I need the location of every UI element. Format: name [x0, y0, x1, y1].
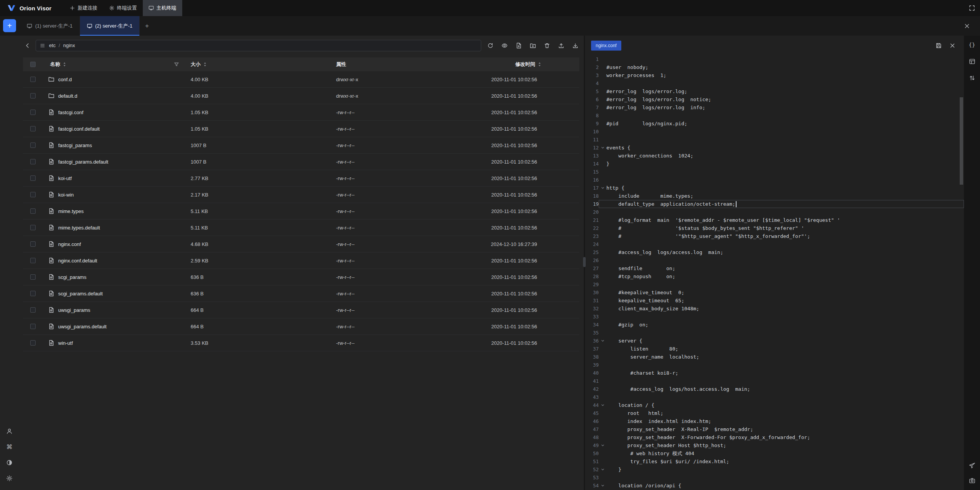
column-mtime[interactable]: 修改时间: [515, 61, 535, 68]
code-line[interactable]: 54 location /orion/api {: [585, 482, 964, 490]
row-checkbox[interactable]: [23, 324, 43, 329]
file-name[interactable]: fastcgi.conf: [58, 110, 83, 115]
code-line[interactable]: 14}: [585, 160, 964, 168]
row-checkbox[interactable]: [23, 159, 43, 164]
code-line[interactable]: 18 include mime.types;: [585, 192, 964, 200]
code-line[interactable]: 50 # web history 模式 404: [585, 449, 964, 457]
table-row[interactable]: mime.types.default5.11 KB-rw-r--r--2020-…: [23, 220, 579, 236]
row-checkbox[interactable]: [23, 258, 43, 263]
code-line[interactable]: 27 sendfile on;: [585, 264, 964, 272]
file-name[interactable]: koi-win: [58, 192, 74, 198]
column-name[interactable]: 名称: [50, 61, 60, 68]
download-button[interactable]: [572, 43, 578, 49]
file-name[interactable]: conf.d: [58, 77, 72, 82]
code-line[interactable]: 7#error_log logs/error.log info;: [585, 103, 964, 111]
editor-layout-icon[interactable]: [969, 58, 975, 65]
code-line[interactable]: 19 default_type application/octet-stream…: [585, 200, 964, 208]
terminal-tab-1[interactable]: (1) server-生产-1: [20, 16, 80, 36]
fold-chevron-icon[interactable]: [599, 443, 606, 447]
code-line[interactable]: 13 worker_connections 1024;: [585, 152, 964, 160]
new-file-button[interactable]: [516, 43, 522, 49]
code-line[interactable]: 21 #log_format main '$remote_addr - $rem…: [585, 216, 964, 224]
code-line[interactable]: 49 proxy_set_header Host $http_host;: [585, 441, 964, 449]
file-name[interactable]: default.d: [58, 93, 77, 99]
refresh-button[interactable]: [487, 43, 493, 49]
save-button[interactable]: [936, 43, 942, 49]
code-line[interactable]: 11: [585, 136, 964, 144]
fold-chevron-icon[interactable]: [599, 186, 606, 190]
code-line[interactable]: 9#pid logs/nginx.pid;: [585, 120, 964, 128]
settings-gear-icon[interactable]: [6, 475, 13, 482]
fold-chevron-icon[interactable]: [599, 483, 606, 488]
file-name[interactable]: fastcgi_params: [58, 143, 92, 148]
row-checkbox[interactable]: [23, 241, 43, 247]
fullscreen-icon[interactable]: [969, 5, 975, 11]
code-line[interactable]: 4: [585, 79, 964, 87]
code-line[interactable]: 37 listen 80;: [585, 345, 964, 353]
row-checkbox[interactable]: [23, 143, 43, 148]
row-checkbox[interactable]: [23, 126, 43, 131]
file-name[interactable]: mime.types.default: [58, 225, 100, 231]
row-checkbox[interactable]: [23, 274, 43, 280]
code-line[interactable]: 36 server {: [585, 337, 964, 345]
code-line[interactable]: 33: [585, 313, 964, 321]
code-line[interactable]: 38 server_name localhost;: [585, 353, 964, 361]
sort-carets-icon[interactable]: [537, 62, 542, 67]
close-panel-button[interactable]: [964, 16, 980, 36]
column-size[interactable]: 大小: [191, 61, 201, 68]
fold-chevron-icon[interactable]: [599, 467, 606, 472]
table-row[interactable]: fastcgi_params1007 B-rw-r--r--2020-11-01…: [23, 137, 579, 154]
code-line[interactable]: 41: [585, 377, 964, 385]
table-row[interactable]: koi-utf2.77 KB-rw-r--r--2020-11-01 10:02…: [23, 170, 579, 187]
code-line[interactable]: 39: [585, 361, 964, 369]
row-checkbox[interactable]: [23, 192, 43, 197]
new-terminal-button[interactable]: +: [3, 19, 16, 32]
user-avatar-icon[interactable]: [6, 428, 13, 434]
code-line[interactable]: 24: [585, 240, 964, 248]
sort-carets-icon[interactable]: [62, 62, 67, 67]
select-all-checkbox[interactable]: [23, 62, 43, 67]
file-name[interactable]: uwsgi_params.default: [58, 324, 106, 329]
code-line[interactable]: 40 #charset koi8-r;: [585, 369, 964, 377]
code-line[interactable]: 17http {: [585, 184, 964, 192]
breadcrumb-segment[interactable]: etc: [49, 43, 56, 48]
table-row[interactable]: fastcgi.conf.default1.05 KB-rw-r--r--202…: [23, 121, 579, 137]
file-name[interactable]: koi-utf: [58, 175, 72, 181]
code-line[interactable]: 29: [585, 280, 964, 288]
fold-chevron-icon[interactable]: [599, 339, 606, 343]
row-checkbox[interactable]: [23, 208, 43, 214]
editor-scrollbar[interactable]: [960, 97, 963, 185]
row-checkbox[interactable]: [23, 225, 43, 230]
row-checkbox[interactable]: [23, 175, 43, 181]
file-name[interactable]: nginx.conf.default: [58, 258, 97, 264]
table-row[interactable]: win-utf3.53 KB-rw-r--r--2020-11-01 10:02…: [23, 335, 579, 351]
back-button[interactable]: [23, 41, 33, 51]
filter-icon[interactable]: [174, 62, 179, 67]
code-line[interactable]: 31 keepalive_timeout 65;: [585, 297, 964, 305]
code-line[interactable]: 28 #tcp_nopush on;: [585, 272, 964, 280]
code-line[interactable]: 48 proxy_set_header X-Forwarded-For $pro…: [585, 433, 964, 441]
code-line[interactable]: 53: [585, 474, 964, 482]
fold-chevron-icon[interactable]: [599, 146, 606, 150]
code-line[interactable]: 20: [585, 208, 964, 216]
row-checkbox[interactable]: [23, 110, 43, 115]
file-name[interactable]: win-utf: [58, 340, 73, 346]
code-line[interactable]: 23 # '"$http_user_agent" "$http_x_forwar…: [585, 232, 964, 240]
table-row[interactable]: nginx.conf.default2.59 KB-rw-r--r--2020-…: [23, 252, 579, 269]
file-name[interactable]: scgi_params.default: [58, 291, 103, 297]
nav-terminal-settings[interactable]: 终端设置: [103, 0, 143, 16]
code-line[interactable]: 10: [585, 128, 964, 136]
show-hidden-button[interactable]: [501, 43, 508, 49]
table-row[interactable]: koi-win2.17 KB-rw-r--r--2020-11-01 10:02…: [23, 187, 579, 203]
file-name[interactable]: fastcgi.conf.default: [58, 126, 100, 132]
file-name[interactable]: fastcgi_params.default: [58, 159, 108, 165]
code-line[interactable]: 1: [585, 55, 964, 63]
row-checkbox[interactable]: [23, 307, 43, 313]
sort-carets-icon[interactable]: [203, 62, 207, 67]
delete-button[interactable]: [544, 43, 550, 49]
row-checkbox[interactable]: [23, 93, 43, 98]
code-line[interactable]: 34 #gzip on;: [585, 321, 964, 329]
code-line[interactable]: 12events {: [585, 144, 964, 152]
add-tab-button[interactable]: +: [140, 16, 154, 36]
file-name[interactable]: mime.types: [58, 208, 83, 214]
